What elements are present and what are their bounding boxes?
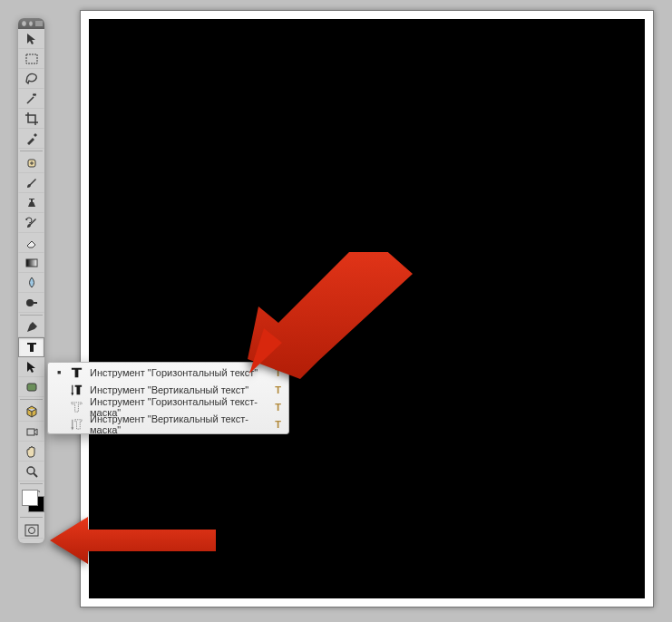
svg-rect-8 (25, 525, 38, 536)
zoom-tool[interactable] (18, 462, 44, 481)
lasso-tool[interactable] (18, 69, 44, 89)
move-tool[interactable] (18, 29, 44, 49)
eyedropper-tool[interactable] (18, 129, 44, 149)
svg-rect-5 (27, 384, 36, 391)
svg-rect-0 (26, 54, 37, 63)
vertical-type-icon (69, 383, 83, 397)
foreground-color-swatch[interactable] (22, 490, 38, 506)
color-swatches[interactable]: ⤺ (20, 488, 43, 515)
svg-marker-10 (248, 252, 413, 379)
svg-rect-2 (26, 259, 37, 267)
flyout-item-label: Инструмент "Вертикальный текст-маска" (90, 413, 266, 435)
svg-point-9 (28, 528, 34, 534)
svg-point-3 (26, 299, 34, 306)
shortcut-key: T (272, 402, 281, 413)
separator (20, 517, 43, 518)
flyout-item-vertical-type-mask[interactable]: Инструмент "Вертикальный текст-маска" T (48, 415, 288, 432)
separator (20, 151, 43, 151)
vertical-type-mask-icon (69, 417, 83, 432)
selected-marker-icon: ■ (55, 369, 63, 375)
callout-arrow-swatches (50, 517, 218, 564)
svg-rect-6 (27, 429, 34, 435)
rectangular-marquee-tool[interactable] (18, 49, 44, 69)
healing-brush-tool[interactable] (18, 153, 44, 173)
eraser-tool[interactable] (18, 233, 44, 253)
horizontal-type-icon (69, 365, 83, 380)
callout-arrow-type-tool (248, 252, 420, 379)
3d-object-tool[interactable] (18, 402, 44, 422)
pen-tool[interactable] (18, 317, 44, 337)
separator (20, 483, 43, 484)
clone-stamp-tool[interactable] (18, 193, 44, 213)
svg-rect-4 (34, 302, 37, 304)
flyout-item-label: Инструмент "Вертикальный текст" (90, 384, 266, 395)
path-selection-tool[interactable] (18, 357, 44, 377)
svg-point-7 (27, 467, 34, 474)
flyout-item-label: Инструмент "Горизонтальный текст" (90, 367, 266, 378)
horizontal-type-mask-icon (69, 400, 83, 414)
rectangle-shape-tool[interactable] (18, 377, 44, 397)
horizontal-type-tool[interactable] (18, 337, 44, 357)
separator (20, 399, 43, 400)
shortcut-key: T (272, 419, 281, 430)
shortcut-key: T (272, 384, 281, 395)
panel-titlebar[interactable] (18, 18, 44, 29)
history-brush-tool[interactable] (18, 213, 44, 233)
3d-camera-tool[interactable] (18, 422, 44, 442)
panel-tab-icon[interactable] (35, 21, 43, 26)
svg-marker-12 (50, 517, 216, 564)
blur-tool[interactable] (18, 273, 44, 293)
brush-tool[interactable] (18, 173, 44, 193)
dodge-tool[interactable] (18, 293, 44, 313)
close-dot-icon[interactable] (22, 21, 26, 26)
tools-panel: ⤺ (18, 18, 44, 543)
minimize-dot-icon[interactable] (29, 21, 34, 26)
separator (20, 315, 43, 316)
magic-wand-tool[interactable] (18, 89, 44, 109)
crop-tool[interactable] (18, 109, 44, 129)
hand-tool[interactable] (18, 442, 44, 462)
quick-mask-mode-toggle[interactable] (20, 522, 44, 539)
gradient-tool[interactable] (18, 253, 44, 273)
